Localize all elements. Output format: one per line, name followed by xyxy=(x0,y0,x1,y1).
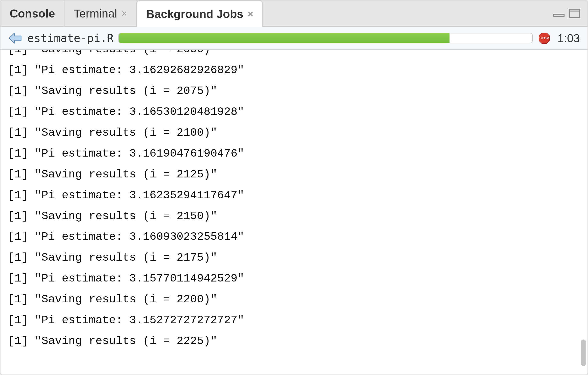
stop-button[interactable]: STOP xyxy=(537,32,551,45)
console-line: [1] "Saving results (i = 2200)" xyxy=(8,289,588,310)
tab-label: Terminal xyxy=(74,7,117,20)
minimize-icon[interactable] xyxy=(553,10,565,17)
tab-console[interactable]: Console xyxy=(0,0,64,26)
close-icon[interactable]: × xyxy=(121,9,127,18)
progress-bar xyxy=(118,33,533,43)
console-line: [1] "Saving results (i = 2050)" xyxy=(8,50,588,60)
progress-fill xyxy=(119,33,450,43)
tab-bar: Console Terminal × Background Jobs × xyxy=(0,0,588,27)
console-line: [1] "Pi estimate: 3.16235294117647" xyxy=(8,185,588,206)
job-header: estimate-pi.R STOP 1:03 xyxy=(0,27,588,50)
svg-rect-1 xyxy=(569,9,580,18)
tab-spacer xyxy=(263,0,553,26)
job-script-name: estimate-pi.R xyxy=(27,32,114,45)
elapsed-time: 1:03 xyxy=(556,32,580,45)
console-line: [1] "Saving results (i = 2075)" xyxy=(8,81,588,102)
tab-label: Console xyxy=(10,7,55,20)
svg-rect-0 xyxy=(554,14,564,17)
console-line: [1] "Pi estimate: 3.16530120481928" xyxy=(8,102,588,123)
tab-terminal[interactable]: Terminal × xyxy=(64,0,136,26)
console-line: [1] "Pi estimate: 3.16093023255814" xyxy=(8,226,588,247)
window-controls xyxy=(553,0,588,26)
console-line: [1] "Pi estimate: 3.15272727272727" xyxy=(8,310,588,331)
console-line: [1] "Saving results (i = 2125)" xyxy=(8,164,588,185)
scrollbar-thumb[interactable] xyxy=(581,340,586,366)
console-line: [1] "Saving results (i = 2150)" xyxy=(8,206,588,227)
back-arrow-icon[interactable] xyxy=(8,32,22,44)
console-line: [1] "Saving results (i = 2225)" xyxy=(8,331,588,352)
tab-background-jobs[interactable]: Background Jobs × xyxy=(136,0,263,27)
background-jobs-pane: Console Terminal × Background Jobs × xyxy=(0,0,588,375)
console-line: [1] "Saving results (i = 2100)" xyxy=(8,123,588,143)
close-icon[interactable]: × xyxy=(248,9,253,19)
maximize-icon[interactable] xyxy=(568,8,581,19)
console-line: [1] "Pi estimate: 3.16190476190476" xyxy=(8,143,588,164)
console-line: [1] "Saving results (i = 2175)" xyxy=(8,247,588,268)
console-output[interactable]: [1] "Saving results (i = 2050)"[1] "Pi e… xyxy=(0,50,588,375)
tab-label: Background Jobs xyxy=(146,7,243,21)
svg-text:STOP: STOP xyxy=(539,36,549,40)
console-line: [1] "Pi estimate: 3.16292682926829" xyxy=(8,60,588,81)
console-line: [1] "Pi estimate: 3.15770114942529" xyxy=(8,268,588,289)
